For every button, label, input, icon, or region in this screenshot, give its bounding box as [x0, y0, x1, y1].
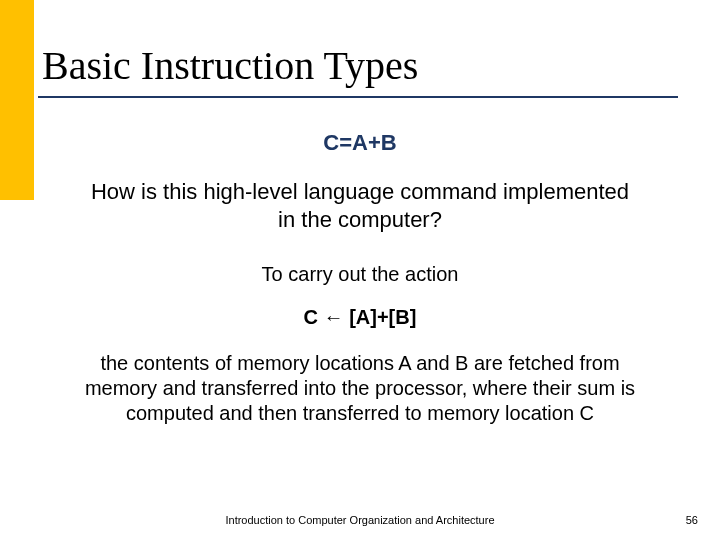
title-underline	[38, 96, 678, 98]
slide-title: Basic Instruction Types	[42, 42, 418, 89]
formula-main: C=A+B	[0, 130, 720, 156]
description-text: the contents of memory locations A and B…	[65, 351, 655, 426]
footer-text: Introduction to Computer Organization an…	[0, 514, 720, 526]
action-label: To carry out the action	[0, 263, 720, 286]
question-text: How is this high-level language command …	[90, 178, 630, 233]
slide-body: C=A+B How is this high-level language co…	[0, 110, 720, 426]
formula-arrow: C ← [A]+[B]	[0, 306, 720, 329]
page-number: 56	[686, 514, 698, 526]
